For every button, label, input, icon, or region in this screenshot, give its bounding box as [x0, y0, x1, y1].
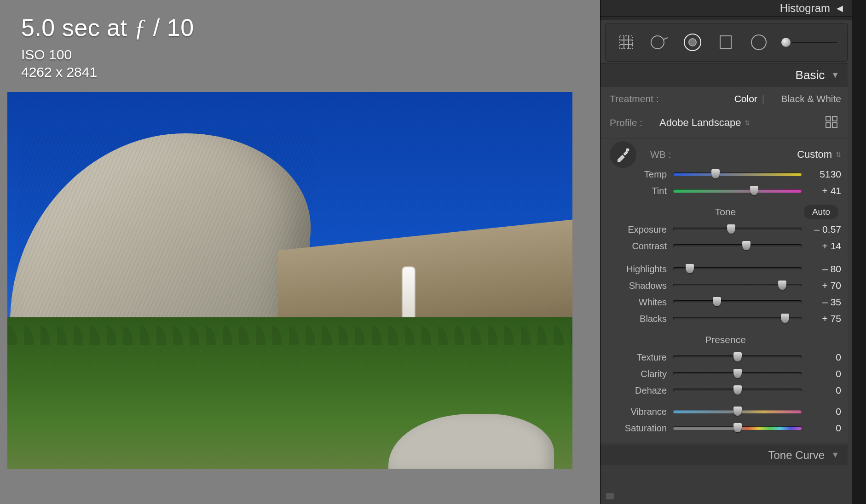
highlights-slider[interactable]: Highlights – 80 — [610, 261, 841, 277]
profile-label: Profile : — [610, 117, 659, 128]
contrast-slider[interactable]: Contrast + 14 — [610, 238, 841, 254]
exposure-slider[interactable]: Exposure – 0.57 — [610, 221, 841, 238]
tone-curve-header[interactable]: Tone Curve▼ — [600, 445, 848, 465]
svg-rect-11 — [832, 116, 837, 121]
profile-row: Profile : Adobe Landscape ⇅ — [610, 114, 841, 132]
photo-metadata: 5.0 sec at ƒ / 10 ISO 100 4262 x 2841 — [21, 14, 572, 80]
graduated-filter-tool[interactable] — [715, 32, 736, 53]
wb-eyedropper-tool[interactable] — [610, 141, 636, 168]
updown-caret-icon: ⇅ — [745, 119, 750, 126]
vibrance-value[interactable]: 0 — [802, 406, 841, 417]
collapse-down-icon: ▼ — [831, 450, 839, 460]
collapse-down-icon: ▼ — [831, 70, 839, 80]
adjustment-brush-tool[interactable] — [781, 38, 837, 47]
tint-slider[interactable]: Tint + 41 — [610, 183, 841, 199]
photo-preview[interactable] — [7, 92, 572, 469]
redeye-tool[interactable] — [682, 32, 703, 53]
iso-readout: ISO 100 — [21, 47, 572, 63]
brush-knob-icon — [781, 38, 791, 47]
svg-point-9 — [751, 35, 766, 50]
svg-point-7 — [689, 39, 696, 46]
whites-value[interactable]: – 35 — [802, 297, 841, 308]
saturation-slider[interactable]: Saturation 0 — [610, 420, 841, 436]
image-viewer: 5.0 sec at ƒ / 10 ISO 100 4262 x 2841 — [0, 0, 600, 504]
updown-caret-icon: ⇅ — [836, 151, 841, 158]
shadows-value[interactable]: + 70 — [802, 280, 841, 291]
tone-group-header: Tone Auto — [610, 203, 841, 221]
temp-slider[interactable]: Temp 5130 — [610, 166, 841, 183]
svg-rect-10 — [826, 116, 831, 121]
shadows-slider[interactable]: Shadows + 70 — [610, 277, 841, 294]
texture-slider[interactable]: Texture 0 — [610, 349, 841, 366]
basic-panel: Basic▼ Treatment : Color | Black & White… — [600, 63, 848, 442]
radial-filter-tool[interactable] — [748, 32, 769, 53]
histogram-header[interactable]: Histogram◀ — [600, 0, 866, 17]
clarity-slider[interactable]: Clarity 0 — [610, 366, 841, 382]
collapse-left-icon: ◀ — [837, 3, 843, 13]
crop-tool[interactable] — [616, 32, 637, 53]
saturation-value[interactable]: 0 — [802, 423, 841, 434]
histogram-placeholder — [600, 17, 866, 20]
blacks-slider[interactable]: Blacks + 75 — [610, 310, 841, 327]
treatment-color[interactable]: Color — [734, 93, 757, 104]
whites-slider[interactable]: Whites – 35 — [610, 294, 841, 310]
texture-value[interactable]: 0 — [802, 352, 841, 363]
wb-label: WB : — [650, 149, 671, 160]
dehaze-value[interactable]: 0 — [802, 385, 841, 396]
svg-rect-8 — [720, 36, 731, 49]
vibrance-slider[interactable]: Vibrance 0 — [610, 403, 841, 420]
profile-dropdown[interactable]: Adobe Landscape — [659, 117, 741, 129]
treatment-label: Treatment : — [610, 93, 659, 104]
svg-rect-12 — [826, 123, 831, 127]
highlights-value[interactable]: – 80 — [802, 263, 841, 275]
wb-dropdown[interactable]: Custom — [797, 149, 832, 160]
local-adjustment-toolbar — [605, 23, 848, 62]
panel-switch-icon[interactable] — [606, 493, 614, 499]
blacks-value[interactable]: + 75 — [802, 313, 841, 324]
white-balance-row: WB : Custom ⇅ — [610, 143, 841, 166]
develop-panel: Histogram◀ — [600, 0, 866, 504]
tint-value[interactable]: + 41 — [802, 185, 841, 196]
auto-tone-button[interactable]: Auto — [804, 205, 838, 219]
treatment-row: Treatment : Color | Black & White — [610, 90, 841, 108]
profile-browser-button[interactable] — [825, 115, 838, 131]
svg-rect-13 — [832, 123, 837, 127]
svg-rect-0 — [620, 36, 633, 49]
basic-header[interactable]: Basic▼ — [600, 63, 848, 86]
dehaze-slider[interactable]: Dehaze 0 — [610, 382, 841, 399]
spot-removal-tool[interactable] — [649, 32, 670, 53]
svg-point-5 — [651, 36, 664, 49]
clarity-value[interactable]: 0 — [802, 368, 841, 379]
contrast-value[interactable]: + 14 — [802, 241, 841, 252]
treatment-bw[interactable]: Black & White — [781, 93, 841, 104]
panel-scrollbar[interactable] — [854, 46, 865, 179]
dimensions-readout: 4262 x 2841 — [21, 64, 572, 80]
svg-point-14 — [626, 149, 629, 151]
brush-size-track[interactable] — [791, 42, 837, 43]
temp-value[interactable]: 5130 — [802, 169, 841, 180]
exposure-readout: 5.0 sec at ƒ / 10 — [21, 14, 572, 41]
presence-group-header: Presence — [610, 331, 841, 349]
exposure-value[interactable]: – 0.57 — [802, 224, 841, 235]
